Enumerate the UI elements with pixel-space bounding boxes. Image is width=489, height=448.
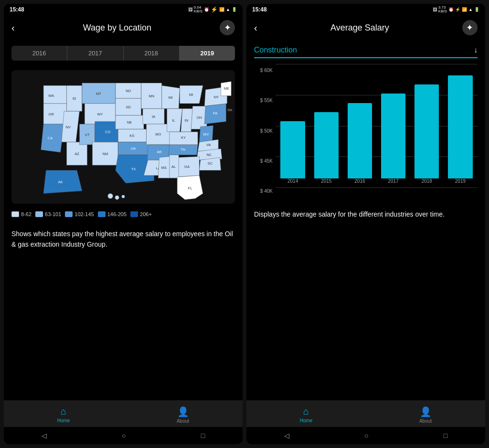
alarm-icon: ⏰ [204, 7, 209, 12]
right-status-bar: 15:48 🖼 3.73KB/S ⏰ ⚡ 📶 ▲ 🔋 [246, 4, 485, 15]
y-axis: $ 40K $ 45K $ 50K $ 55K $ 60K [254, 64, 276, 198]
left-settings-button[interactable]: ✦ [220, 20, 235, 35]
dropdown-arrow-icon: ↓ [474, 46, 478, 54]
svg-text:IN: IN [185, 118, 189, 123]
svg-text:IL: IL [172, 118, 175, 123]
x-label-2017: 2017 [378, 178, 409, 188]
bar-fill-2017 [381, 94, 405, 178]
alarm-icon-r: ⏰ [448, 7, 454, 12]
x-label-2019: 2019 [445, 178, 476, 188]
svg-marker-1 [43, 85, 66, 104]
left-content: 2016 2017 2018 2019 WA [4, 40, 243, 400]
industry-dropdown[interactable]: Construction ↓ [254, 46, 478, 58]
tab-2016[interactable]: 2016 [11, 46, 67, 61]
left-status-icons: 🖼 0.04KB/S ⏰ ⚡ 📶 ▲ 🔋 [188, 6, 237, 13]
svg-text:NM: NM [102, 152, 108, 156]
bar-2019 [445, 64, 476, 178]
svg-text:NE: NE [127, 120, 132, 125]
home-circle-button-r[interactable]: ○ [364, 432, 368, 439]
svg-point-84 [108, 193, 113, 198]
legend-box-4 [98, 211, 106, 217]
svg-text:OK: OK [131, 146, 136, 151]
svg-text:PA: PA [213, 111, 217, 115]
x-labels: 2014 2015 2016 2017 2018 2019 [276, 178, 478, 188]
data-speed-r: 3.73KB/S [438, 6, 447, 13]
home-icon-r: ⌂ [303, 406, 309, 417]
svg-point-85 [115, 196, 119, 200]
svg-text:MO: MO [155, 132, 161, 136]
left-page-title: Wage by Location [83, 23, 151, 33]
y-label-45k: $ 45K [254, 158, 276, 164]
svg-text:GA: GA [184, 165, 190, 169]
wifi-icon: 📶 [219, 7, 224, 12]
home-circle-button[interactable]: ○ [122, 432, 126, 439]
legend-label-5: 206+ [140, 211, 152, 217]
tab-2018[interactable]: 2018 [124, 46, 180, 61]
svg-text:WI: WI [168, 95, 172, 100]
bars-wrapper: 2014 2015 2016 2017 2018 2019 [276, 64, 478, 198]
right-settings-button[interactable]: ✦ [462, 20, 478, 35]
legend-box-2 [35, 211, 43, 217]
about-label: About [177, 418, 189, 424]
right-content: Construction ↓ $ 40K $ 45K $ 50K $ 55K $… [246, 40, 485, 400]
legend-label-4: 146-205 [107, 211, 127, 217]
y-label-40k: $ 40K [254, 188, 276, 194]
legend-item-4: 146-205 [98, 211, 127, 217]
home-label-r: Home [300, 418, 313, 423]
bar-fill-2014 [280, 121, 305, 178]
svg-text:ME: ME [224, 86, 229, 91]
svg-text:WV: WV [203, 132, 209, 136]
svg-text:MA: MA [228, 108, 233, 112]
x-label-2018: 2018 [412, 178, 442, 188]
x-label-2014: 2014 [277, 178, 308, 188]
svg-text:NV: NV [66, 125, 71, 129]
left-bottom-nav: ⌂ Home 👤 About [4, 400, 243, 427]
left-nav-about[interactable]: 👤 About [123, 404, 243, 425]
svg-text:NC: NC [206, 153, 212, 157]
data-speed: 0.04KB/S [194, 6, 202, 13]
svg-text:UT: UT [85, 133, 90, 137]
bar-2014 [277, 64, 308, 178]
recents-square-button-r[interactable]: □ [444, 432, 447, 439]
svg-text:CA: CA [48, 136, 53, 140]
wifi-icon-r: 📶 [462, 7, 467, 12]
signal-icon-r: ▲ [468, 7, 473, 12]
image-icon-r: 🖼 [433, 7, 437, 12]
left-nav-home[interactable]: ⌂ Home [4, 404, 123, 425]
svg-text:KY: KY [181, 135, 186, 140]
legend-item-2: 63-101 [35, 211, 61, 217]
right-android-nav: ◁ ○ □ [246, 427, 485, 444]
bar-chart: $ 40K $ 45K $ 50K $ 55K $ 60K [254, 64, 478, 198]
right-back-button[interactable]: ‹ [254, 22, 257, 33]
svg-text:ID: ID [73, 96, 76, 101]
svg-point-86 [122, 195, 125, 198]
person-icon: 👤 [177, 406, 189, 417]
svg-text:AK: AK [58, 180, 63, 184]
legend-item-1: 8-62 [11, 211, 32, 217]
tab-2017[interactable]: 2017 [67, 46, 123, 61]
right-nav-home[interactable]: ⌂ Home [246, 404, 366, 425]
legend-box-5 [130, 211, 138, 217]
recents-square-button[interactable]: □ [201, 432, 205, 439]
gear-icon: ✦ [224, 22, 231, 33]
svg-text:MS: MS [161, 166, 166, 170]
right-status-icons: 🖼 3.73KB/S ⏰ ⚡ 📶 ▲ 🔋 [433, 6, 479, 13]
legend-box-1 [11, 211, 19, 217]
svg-text:AL: AL [171, 165, 176, 169]
bar-fill-2018 [415, 84, 439, 178]
back-triangle-button-r[interactable]: ◁ [284, 432, 289, 439]
svg-text:OR: OR [49, 112, 54, 116]
back-triangle-button[interactable]: ◁ [42, 432, 47, 439]
legend-label-3: 102-145 [74, 211, 94, 217]
industry-label: Construction [254, 46, 297, 54]
battery-icon-r: 🔋 [474, 7, 479, 12]
legend-label-1: 8-62 [21, 211, 32, 217]
svg-text:MT: MT [96, 92, 101, 96]
tab-2019[interactable]: 2019 [180, 46, 235, 61]
bar-2018 [412, 64, 442, 178]
right-nav-about[interactable]: 👤 About [366, 404, 485, 425]
left-time: 15:48 [10, 6, 24, 13]
us-map-svg: WA OR CA ID NV [11, 70, 235, 204]
left-back-button[interactable]: ‹ [11, 22, 15, 33]
image-icon: 🖼 [188, 7, 192, 12]
